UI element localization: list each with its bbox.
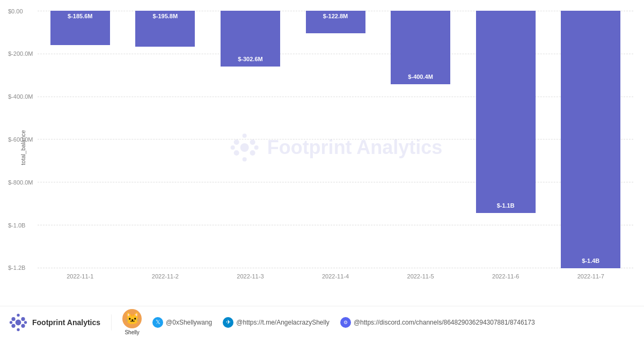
svg-point-10 <box>11 317 15 321</box>
bar-label: $-122.8M <box>323 13 348 19</box>
bar: $-122.8M <box>306 11 365 33</box>
x-label: 2022-11-1 <box>38 273 123 280</box>
svg-point-17 <box>17 328 19 330</box>
bar-label: $-302.6M <box>238 56 262 62</box>
bar-group: $-185.6M <box>38 11 123 268</box>
footer-telegram-link[interactable]: ✈ @https://t.me/AngelacrazyShelly <box>223 317 330 328</box>
footer: Footprint Analytics 🐱 Shelly 𝕏 @0xShelly… <box>0 306 644 338</box>
footer-discord-link[interactable]: ⚙ @https://discord.com/channels/86482903… <box>340 317 535 328</box>
bar-label: $-1.1B <box>497 202 515 209</box>
bar-group: $-122.8M <box>293 11 378 268</box>
svg-point-13 <box>21 324 25 327</box>
footprint-logo-icon <box>9 313 28 332</box>
bar-wrapper: $-1.4B <box>548 11 633 268</box>
grid-line-label: $-800.0M <box>8 179 33 186</box>
bar-group: $-1.4B <box>548 11 633 268</box>
bar-wrapper: $-122.8M <box>293 11 378 268</box>
bar-group: $-1.1B <box>463 11 548 268</box>
footer-twitter-link[interactable]: 𝕏 @0xShellywang <box>152 317 212 328</box>
telegram-handle: @https://t.me/AngelacrazyShelly <box>236 319 330 326</box>
grid-line-label: $-1.2B <box>8 264 25 271</box>
discord-icon: ⚙ <box>340 317 351 328</box>
grid-line-label: $-200.0M <box>8 50 33 57</box>
bar-group: $-302.6M <box>208 11 293 268</box>
x-label: 2022-11-5 <box>378 273 463 280</box>
svg-point-12 <box>11 324 15 327</box>
twitter-handle: @0xShellywang <box>166 319 212 326</box>
bar-group: $-400.4M <box>378 11 463 268</box>
bar-wrapper: $-302.6M <box>208 11 293 268</box>
bar-label: $-400.4M <box>408 74 433 80</box>
grid-line-label: $-400.0M <box>8 93 33 100</box>
bar-wrapper: $-1.1B <box>463 11 548 268</box>
footer-logo: Footprint Analytics <box>9 313 100 332</box>
discord-handle: @https://discord.com/channels/8648290362… <box>354 319 535 326</box>
bar: $-195.8M <box>135 11 195 47</box>
chart-inner: total_balance $0.00 $-200.0M $-400.0M $-… <box>38 11 633 284</box>
grid-line-label: $0.00 <box>8 8 23 14</box>
chart-area: total_balance $0.00 $-200.0M $-400.0M $-… <box>0 0 644 306</box>
svg-point-11 <box>21 317 25 321</box>
twitter-icon: 𝕏 <box>152 317 163 328</box>
bar: $-400.4M <box>391 11 450 84</box>
telegram-icon: ✈ <box>223 317 233 328</box>
svg-point-16 <box>17 313 19 316</box>
bar: $-185.6M <box>50 11 110 45</box>
svg-point-9 <box>16 319 21 325</box>
bar-group: $-195.8M <box>123 11 208 268</box>
bar: $-1.1B <box>476 11 536 213</box>
footer-divider <box>111 314 112 330</box>
grid-line-label: $-1.0B <box>8 222 25 229</box>
svg-point-15 <box>24 321 27 324</box>
bar-wrapper: $-195.8M <box>123 11 208 268</box>
x-label: 2022-11-4 <box>293 273 378 280</box>
bar-label: $-195.8M <box>153 13 178 19</box>
x-label: 2022-11-2 <box>123 273 208 280</box>
footer-logo-text: Footprint Analytics <box>32 318 100 327</box>
bars-container: $-185.6M$-195.8M$-302.6M$-122.8M$-400.4M… <box>38 11 633 268</box>
avatar-name: Shelly <box>125 329 139 335</box>
x-label: 2022-11-7 <box>548 273 633 280</box>
bar: $-302.6M <box>221 11 280 67</box>
bar-wrapper: $-400.4M <box>378 11 463 268</box>
avatar-circle: 🐱 <box>122 309 142 328</box>
bar-label: $-185.6M <box>68 13 92 19</box>
bar: $-1.4B <box>561 11 620 268</box>
x-axis: 2022-11-12022-11-22022-11-32022-11-42022… <box>38 268 633 284</box>
x-label: 2022-11-3 <box>208 273 293 280</box>
bar-label: $-1.4B <box>582 258 599 264</box>
footer-avatar: 🐱 Shelly <box>122 309 142 335</box>
x-label: 2022-11-6 <box>463 273 548 280</box>
bar-wrapper: $-185.6M <box>38 11 123 268</box>
svg-point-14 <box>10 321 12 324</box>
y-axis-label: total_balance <box>20 130 26 165</box>
grid-line-label: $-600.0M <box>8 136 33 143</box>
